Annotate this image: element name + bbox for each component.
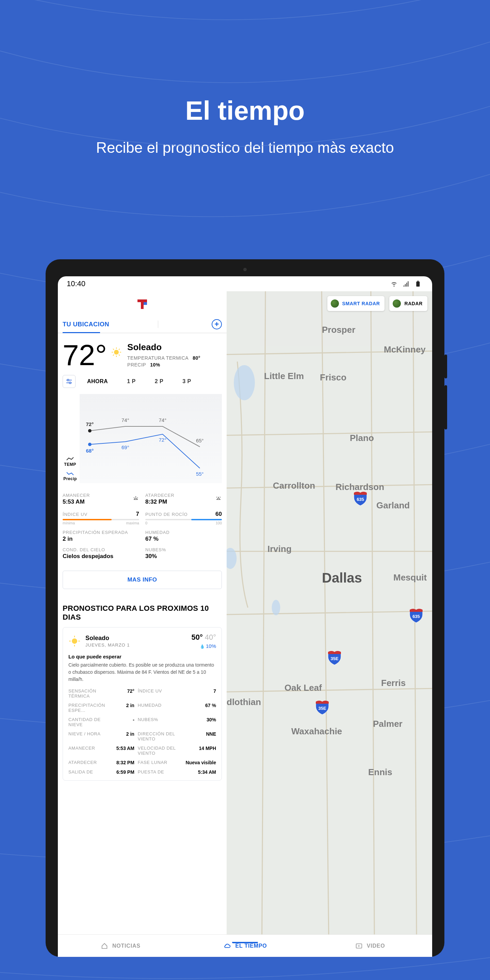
play-icon (355, 942, 363, 950)
day-row-value: 14 MPH (186, 746, 216, 756)
svg-point-14 (69, 382, 71, 384)
svg-text:35E: 35E (331, 656, 338, 661)
svg-point-13 (67, 379, 69, 381)
forecast-title: PRONOSTICO PARA LOS PROXIMOS 10 DIAS (58, 596, 227, 627)
svg-line-8 (119, 355, 120, 356)
status-bar: 10:40 (58, 276, 432, 291)
sun-icon (68, 635, 81, 647)
day-row-value: 30% (186, 717, 216, 727)
hourly-times[interactable]: AHORA 1 P 2 P 3 P (87, 379, 191, 385)
svg-text:35E: 35E (318, 706, 326, 711)
day-row-label: ÍNDICE UV (138, 688, 182, 698)
sunrise-cell: AMANECER 5:53 AM (63, 493, 139, 505)
day-row-label: SALIDA DE (68, 769, 113, 775)
hourly-chart[interactable]: 72° 74° 74° 65° 68° 69° 72° 55° (80, 394, 222, 483)
day-row-label: CANTIDAD DE NIEVE (68, 717, 113, 727)
location-tab-current[interactable]: TU UBICACION (63, 321, 109, 328)
hourly-section: AHORA 1 P 2 P 3 P 72° (58, 372, 227, 483)
svg-text:72°: 72° (86, 421, 94, 427)
app-body: TU UBICACION + 72° Soleado TEMPERATURA T… (58, 291, 432, 934)
day-row-value: 5:34 AM (186, 769, 216, 775)
radar-button[interactable]: RADAR (389, 296, 427, 311)
clouds-cell: NUBES% 30% (145, 547, 222, 560)
svg-text:68°: 68° (86, 448, 94, 453)
map-city-label: Garland (376, 500, 410, 511)
camera-dot (243, 268, 247, 271)
tab-el-tiempo[interactable]: EL TIEMPO (183, 942, 308, 950)
day-row-value: 72° (116, 688, 134, 698)
svg-line-34 (227, 611, 432, 614)
precip-value: 10% (150, 362, 160, 368)
day-title: Soleado JUEVES, MARZO 1 (86, 635, 130, 648)
tab-noticias[interactable]: NOTICIAS (58, 942, 183, 950)
promo-subtitle: Recibe el prognostico del tiempo màs exa… (0, 137, 490, 159)
map-city-label: Mesquit (393, 572, 427, 583)
map-city-label: Waxahachie (291, 726, 342, 737)
map-panel[interactable]: SMART RADAR RADAR (227, 291, 432, 934)
map-city-label: Oak Leaf (285, 682, 322, 693)
telemundo-logo-icon (136, 298, 148, 310)
day-temps: 50°40° 10% (191, 633, 216, 649)
svg-line-38 (371, 291, 374, 934)
svg-text:635: 635 (412, 614, 420, 619)
svg-point-15 (88, 429, 92, 433)
map-city-label: Little Elm (264, 371, 304, 382)
feels-label: TEMPERATURA TERMICA (127, 355, 189, 361)
highway-shield-icon: 635 (353, 491, 368, 506)
day-row-label: HUMEDAD (138, 703, 182, 713)
map-city-label: Dallas (322, 570, 362, 585)
day-row-label: FASE LUNAR (138, 760, 182, 765)
svg-rect-1 (417, 281, 418, 282)
day-row-label: VELOCIDAD DEL VIENTO (138, 746, 182, 756)
chart-legend: TEMP Precip (62, 457, 78, 485)
tablet-side-button (444, 355, 447, 379)
current-temp: 72° (63, 342, 107, 368)
day-row-label: SENSACIÓN TÉRMICA (68, 688, 113, 698)
sunset-cell: ATARDECER 8:32 PM (145, 493, 222, 505)
logo-area (58, 291, 227, 319)
more-info-button[interactable]: MAS INFO (63, 571, 222, 589)
hour-now: AHORA (87, 379, 108, 385)
precip-label: PRECIP (127, 362, 146, 368)
map-roads (227, 291, 432, 934)
feels-value: 80° (192, 355, 200, 361)
svg-line-10 (119, 349, 120, 350)
day-row-value: Nueva visible (186, 760, 216, 765)
divider (158, 321, 158, 328)
day-row-value: 2 in (116, 731, 134, 741)
day-forecast-card[interactable]: Soleado JUEVES, MARZO 1 50°40° 10% Lo qu… (63, 627, 222, 781)
day-detail-grid: SENSACIÓN TÉRMICA 72° ÍNDICE UV 7PRECIPI… (68, 688, 216, 775)
signal-icon (401, 280, 411, 287)
svg-text:55°: 55° (196, 471, 204, 477)
day-row-label: ATARDECER (68, 760, 113, 765)
precip-expected-cell: PRECIPITACIÓN ESPERADA 2 in (63, 530, 139, 542)
svg-text:69°: 69° (121, 444, 129, 450)
filter-button[interactable] (63, 375, 76, 388)
tab-bar: NOTICIAS EL TIEMPO VIDEO (58, 934, 432, 957)
day-row-value: 5:53 AM (116, 746, 134, 756)
add-location-button[interactable]: + (212, 319, 222, 329)
svg-point-25 (72, 638, 77, 644)
expect-text: Cielo parcialmente cubierto. Es posible … (68, 662, 216, 683)
day-row-label: NUBES% (138, 717, 182, 727)
legend-temp: TEMP (62, 457, 78, 467)
day-row-value: 2 in (116, 703, 134, 713)
highway-shield-icon: 35E (327, 650, 342, 665)
expect-title: Lo que puede esperar (68, 654, 216, 659)
screen: 10:40 TU UBICACION + (58, 276, 432, 957)
tablet-side-button (444, 385, 447, 430)
map-city-label: Ferris (381, 678, 406, 688)
home-icon (100, 942, 109, 950)
smart-radar-button[interactable]: SMART RADAR (327, 296, 385, 311)
sunset-icon (215, 495, 222, 501)
day-row-value: 6:59 PM (116, 769, 134, 775)
svg-text:65°: 65° (196, 438, 204, 443)
hour-3: 3 P (182, 379, 191, 385)
map-city-label: Plano (350, 433, 374, 443)
legend-precip: Precip (62, 471, 78, 481)
svg-line-9 (113, 355, 114, 356)
highway-shield-icon: 35E (315, 700, 329, 714)
promo-header: El tiempo Recibe el prognostico del tiem… (0, 0, 490, 159)
tab-video[interactable]: VIDEO (307, 942, 432, 950)
map-city-label: Palmer (373, 719, 402, 729)
